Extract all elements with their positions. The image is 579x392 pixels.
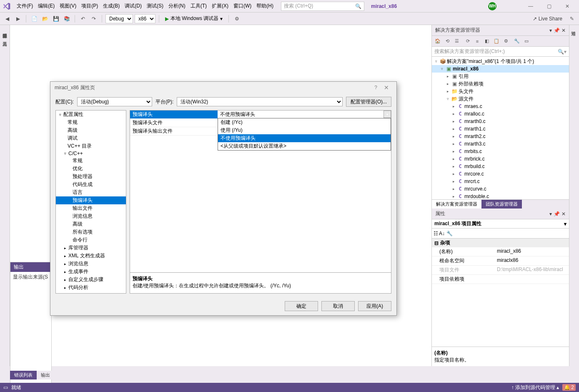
notifications-badge[interactable]: 🔔 2 [562,384,576,391]
showall-icon[interactable]: ◧ [483,37,491,45]
nav-back-icon[interactable]: ◀ [3,14,12,23]
wrench-icon[interactable]: 🔧 [513,37,521,45]
source-file-item[interactable]: ▸Cmrbrick.c [432,155,569,163]
error-list-tab[interactable]: 错误列表 [10,371,37,379]
headers-folder[interactable]: ▸📁头文件 [432,88,569,95]
menu-help[interactable]: 帮助(H) [254,1,276,11]
help-icon[interactable]: ? [371,85,381,90]
minimize-button[interactable]: — [521,0,540,12]
tree-ccpp-child[interactable]: 语言 [56,188,126,196]
project-node[interactable]: ▿▣miracl_x86 [432,65,569,73]
source-file-item[interactable]: ▸Cmrcore.c [432,170,569,178]
tree-ccpp-child[interactable]: 浏览信息 [56,212,126,220]
dropdown-option-inherit[interactable]: <从父级或项目默认设置继承> [218,142,391,150]
properties-icon[interactable]: ⚙ [502,37,510,45]
platform-select[interactable]: 活动(Win32) [177,97,342,106]
source-file-item[interactable]: ▸Cmrcurve.c [432,185,569,193]
dropdown-option-notuse[interactable]: 不使用预编译头 [218,134,391,142]
open-icon[interactable]: 📂 [40,14,50,23]
tree-vcdir[interactable]: VC++ 目录 [56,142,126,150]
tree-advanced[interactable]: 高级 [56,126,126,134]
prop-row-deps[interactable]: 项目依赖项 [432,275,569,284]
source-file-item[interactable]: ▸Cmrcrt.c [432,178,569,185]
ok-button[interactable]: 确定 [285,301,318,311]
tree-ccpp-child[interactable]: 高级 [56,220,126,228]
tree-ccpp-child[interactable]: 预编译头 [56,196,126,204]
sources-folder[interactable]: ▿📂源文件 [432,95,569,103]
external-deps-node[interactable]: ▸▣外部依赖项 [432,80,569,88]
sync-icon[interactable]: ⟲ [443,37,451,45]
solution-node[interactable]: ▿📦解决方案"miracl_x86"(1 个项目/共 1 个) [432,58,569,65]
quick-search-input[interactable]: 搜索 (Ctrl+Q) 🔍 [281,2,364,11]
menu-edit[interactable]: 编辑(E) [35,1,57,11]
start-debug-button[interactable]: ▶ 本地 Windows 调试器 ▾ [163,14,225,23]
close-icon[interactable]: ✕ [381,84,392,91]
solution-search-input[interactable]: 搜索解决方案资源管理器(Ctrl+;) 🔍▾ [432,47,569,57]
apply-button[interactable]: 应用(A) [358,301,391,311]
source-file-item[interactable]: ▸Cmraes.c [432,103,569,110]
close-icon[interactable]: ✕ [561,211,566,217]
prop-precompiled-header[interactable]: 预编译头 不使用预编译头 ▾ [130,111,391,119]
prop-category-misc[interactable]: ⊟杂项 [432,239,569,247]
properties-subject[interactable]: miracl_x86 项目属性▾ [432,219,569,229]
collapse-icon[interactable]: ≡ [473,37,481,45]
cancel-button[interactable]: 取消 [321,301,355,311]
references-node[interactable]: ▸▣引用 [432,73,569,80]
home-icon[interactable]: 🏠 [434,37,442,45]
tree-linker[interactable]: ▸库管理器 [56,244,126,252]
notifications-tab[interactable]: 通知 [569,25,577,30]
filter-icon[interactable]: ☰ [453,37,461,45]
tree-ccpp-child[interactable]: 常规 [56,157,126,165]
nav-forward-icon[interactable]: ▶ [13,14,23,23]
prop-row-rootns[interactable]: 根命名空间 miraclx86 [432,256,569,266]
tree-ccpp-child[interactable]: 所有选项 [56,228,126,236]
menu-project[interactable]: 项目(P) [79,1,100,11]
feedback-icon[interactable]: ✎ [567,14,576,23]
config-select[interactable]: 活动(Debug) [77,97,152,106]
liveshare-button[interactable]: ↗ Live Share [529,16,566,22]
source-control-button[interactable]: ↑ 添加到源代码管理 ▴ [511,384,559,391]
source-file-item[interactable]: ▸Cmrarth0.c [432,118,569,125]
dropdown-icon[interactable]: ▾ [549,211,552,217]
save-icon[interactable]: 💾 [51,14,60,23]
platform-select[interactable]: x86 [135,14,155,23]
menu-extensions[interactable]: 扩展(X) [209,1,231,11]
menu-analyze[interactable]: 分析(N) [166,1,188,11]
menu-view[interactable]: 视图(V) [57,1,79,11]
sort-icon[interactable]: A↓ [439,231,445,236]
dropdown-option-create[interactable]: 创建 (/Yc) [218,118,391,126]
toolbox-tab[interactable]: 工具箱 [1,36,9,41]
tree-ccpp-child[interactable]: 预处理器 [56,173,126,181]
team-explorer-tab[interactable]: 团队资源管理器 [481,200,522,209]
tree-ccpp-child[interactable]: 优化 [56,165,126,173]
menu-test[interactable]: 测试(S) [144,1,166,11]
refresh-icon[interactable]: ⟳ [464,37,472,45]
source-file-item[interactable]: ▸Cmralloc.c [432,110,569,118]
tree-ccpp-child[interactable]: 代码生成 [56,181,126,188]
prop-row-name[interactable]: (名称) miracl_x86 [432,247,569,256]
tree-buildevents[interactable]: ▸生成事件 [56,268,126,276]
source-file-item[interactable]: ▸Cmrbits.c [432,148,569,155]
server-explorer-tab[interactable]: 服务器资源管理器 [1,28,9,33]
dropdown-icon[interactable]: ▾ [549,28,552,33]
wrench-icon[interactable]: 🔧 [446,231,453,236]
source-file-item[interactable]: ▸Cmrarth3.c [432,140,569,148]
config-select[interactable]: Debug [105,14,133,23]
pin-icon[interactable]: 📌 [554,211,560,217]
tree-codeanalysis[interactable]: ▸代码分析 [56,284,126,291]
tree-ccpp-child[interactable]: 命令行 [56,236,126,244]
source-file-item[interactable]: ▸Cmrdouble.c [432,193,569,199]
source-file-item[interactable]: ▸Cmrarth2.c [432,133,569,140]
tree-general[interactable]: 常规 [56,118,126,126]
config-manager-button[interactable]: 配置管理器(O)... [346,97,391,107]
source-file-item[interactable]: ▸Cmrarth1.c [432,125,569,133]
pin-icon[interactable]: 📌 [554,28,560,33]
close-icon[interactable]: ✕ [561,28,566,33]
user-avatar[interactable]: WH [488,2,496,10]
output-header[interactable]: 输出 [10,262,51,272]
source-file-item[interactable]: ▸Cmrbuild.c [432,163,569,170]
undo-icon[interactable]: ↶ [78,14,88,23]
close-button[interactable]: ✕ [558,0,576,12]
new-project-icon[interactable]: 📄 [30,14,39,23]
save-all-icon[interactable]: 📚 [62,14,71,23]
